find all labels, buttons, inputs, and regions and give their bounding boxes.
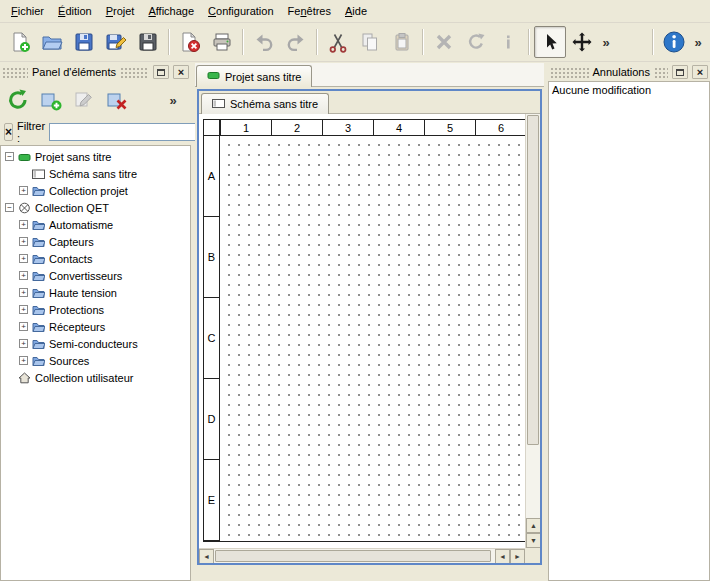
toolbar-overflow-button[interactable]: » xyxy=(690,26,706,58)
vertical-scrollbar[interactable]: ▲ ▼ xyxy=(525,114,540,548)
select-mode-button[interactable] xyxy=(534,26,566,58)
tree-item[interactable]: − Projet sans titre xyxy=(1,148,190,165)
filter-row: × Filtrer : xyxy=(0,119,191,145)
tree-item[interactable]: + Récepteurs xyxy=(1,318,190,335)
tree-expander[interactable]: + xyxy=(19,254,28,263)
float-panel-button[interactable] xyxy=(672,65,688,79)
new-element-button[interactable] xyxy=(36,85,66,115)
save-as-button[interactable] xyxy=(100,26,132,58)
tree-item[interactable]: + Capteurs xyxy=(1,233,190,250)
copy-button[interactable] xyxy=(354,26,386,58)
undo-panel: Annulations × Aucune modification xyxy=(548,63,710,581)
diagram-canvas[interactable] xyxy=(220,136,526,541)
copy-icon xyxy=(359,31,381,53)
clear-filter-button[interactable]: × xyxy=(4,123,13,141)
tree-expander[interactable]: + xyxy=(19,271,28,280)
toolbar-overflow-button[interactable]: » xyxy=(598,26,614,58)
save-button[interactable] xyxy=(68,26,100,58)
tree-item[interactable]: Collection utilisateur xyxy=(1,369,190,386)
filter-input[interactable] xyxy=(49,123,199,141)
panel-toolbar-overflow-button[interactable]: » xyxy=(158,85,188,115)
tree-item[interactable]: + Convertisseurs xyxy=(1,267,190,284)
close-file-icon xyxy=(179,31,201,53)
open-project-button[interactable] xyxy=(36,26,68,58)
tree-expander[interactable]: + xyxy=(19,186,28,195)
scroll-up-button[interactable]: ▲ xyxy=(526,518,540,533)
tree-item[interactable]: + Automatisme xyxy=(1,216,190,233)
close-panel-button[interactable]: × xyxy=(692,65,708,79)
scroll-right-button[interactable]: ► xyxy=(510,549,525,563)
dock-grip-handle[interactable] xyxy=(2,67,28,78)
close-file-button[interactable] xyxy=(174,26,206,58)
info-button[interactable] xyxy=(492,26,524,58)
tree-item[interactable]: + Contacts xyxy=(1,250,190,267)
tree-item[interactable]: − Collection QET xyxy=(1,199,190,216)
tree-item[interactable]: + Protections xyxy=(1,301,190,318)
cut-button[interactable] xyxy=(322,26,354,58)
paste-icon xyxy=(391,31,413,53)
paste-button[interactable] xyxy=(386,26,418,58)
delete-button[interactable] xyxy=(428,26,460,58)
tree-expander[interactable]: + xyxy=(19,322,28,331)
new-document-icon xyxy=(9,31,31,53)
menu-projet[interactable]: Projet xyxy=(99,1,142,21)
scroll-left-button[interactable]: ◄ xyxy=(199,549,214,563)
folder-icon xyxy=(32,236,45,248)
edit-element-button[interactable] xyxy=(69,85,99,115)
float-panel-button[interactable] xyxy=(153,65,169,79)
menu-configuration[interactable]: Configuration xyxy=(201,1,280,21)
tree-expander[interactable]: − xyxy=(5,152,14,161)
dock-grip-handle[interactable] xyxy=(120,67,149,78)
row-header: B xyxy=(204,217,220,298)
diagram-tab[interactable]: Schéma sans titre xyxy=(201,93,329,114)
scroll-down-button[interactable]: ▼ xyxy=(526,533,540,548)
tree-expander[interactable]: + xyxy=(19,288,28,297)
horizontal-scrollbar[interactable]: ◄ ◄ ► xyxy=(199,548,525,563)
tree-expander[interactable]: − xyxy=(5,203,14,212)
tree-label: Projet sans titre xyxy=(35,151,111,163)
tree-expander[interactable]: + xyxy=(19,305,28,314)
rotate-button[interactable] xyxy=(460,26,492,58)
menu-fichier[interactable]: Fichier xyxy=(4,1,51,21)
toolbar-separator xyxy=(168,29,170,55)
tree-label: Convertisseurs xyxy=(49,270,122,282)
tree-label: Semi-conducteurs xyxy=(49,338,138,350)
about-button[interactable] xyxy=(658,26,690,58)
menu-aide[interactable]: Aide xyxy=(338,1,374,21)
tree-expander[interactable]: + xyxy=(19,237,28,246)
elements-tree[interactable]: − Projet sans titre Schéma sans titre + … xyxy=(0,145,191,581)
scrollbar-thumb[interactable] xyxy=(215,550,491,562)
column-header: 1 xyxy=(220,120,271,136)
tree-item[interactable]: + Semi-conducteurs xyxy=(1,335,190,352)
tree-item[interactable]: Schéma sans titre xyxy=(1,165,190,182)
diagram-tabbar: Schéma sans titre xyxy=(199,91,540,114)
tree-item[interactable]: + Sources xyxy=(1,352,190,369)
tree-expander[interactable]: + xyxy=(19,356,28,365)
elements-panel: Panel d'éléments × » xyxy=(0,63,191,581)
menu-édition[interactable]: Édition xyxy=(51,1,99,21)
menu-fenêtres[interactable]: Fenêtres xyxy=(281,1,338,21)
menu-affichage[interactable]: Affichage xyxy=(141,1,201,21)
dock-grip-handle[interactable] xyxy=(654,67,668,78)
tree-expander[interactable]: + xyxy=(19,339,28,348)
save-all-button[interactable] xyxy=(132,26,164,58)
delete-element-button[interactable] xyxy=(102,85,132,115)
tree-item[interactable]: + Haute tension xyxy=(1,284,190,301)
scrollbar-thumb[interactable] xyxy=(527,115,539,445)
reload-collections-button[interactable] xyxy=(3,85,33,115)
undo-button[interactable] xyxy=(248,26,280,58)
scroll-left-button[interactable]: ◄ xyxy=(495,549,510,563)
elements-panel-toolbar: » xyxy=(0,81,191,119)
tree-expander[interactable]: + xyxy=(19,220,28,229)
print-button[interactable] xyxy=(206,26,238,58)
tree-item[interactable]: + Collection projet xyxy=(1,182,190,199)
edit-element-icon xyxy=(72,88,96,112)
redo-button[interactable] xyxy=(280,26,312,58)
close-panel-button[interactable]: × xyxy=(173,65,189,79)
pan-mode-button[interactable] xyxy=(566,26,598,58)
project-tab[interactable]: Projet sans titre xyxy=(196,65,312,87)
home-icon xyxy=(18,372,31,384)
dock-grip-handle[interactable] xyxy=(550,67,589,78)
undo-history-list[interactable]: Aucune modification xyxy=(548,81,710,581)
new-document-button[interactable] xyxy=(4,26,36,58)
